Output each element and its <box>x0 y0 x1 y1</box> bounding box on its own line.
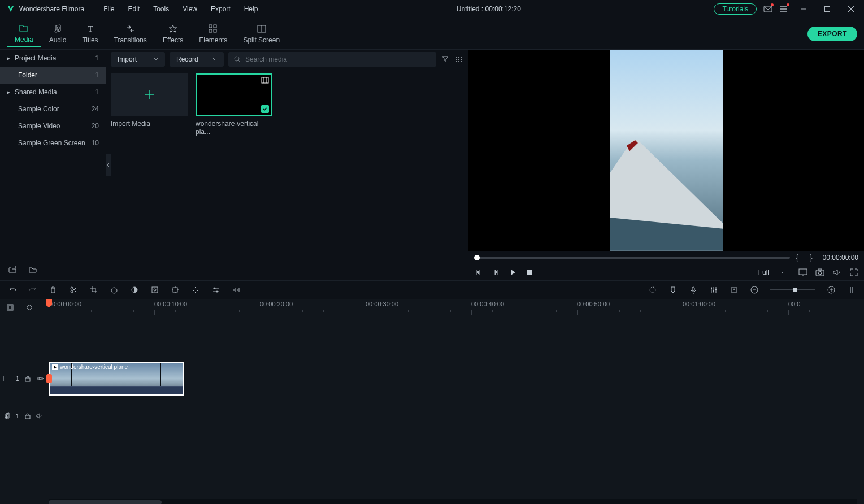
sidebar-item-sample-video[interactable]: Sample Video 20 <box>0 118 106 134</box>
track-manager-icon[interactable] <box>6 303 15 312</box>
redo-icon[interactable] <box>28 285 37 294</box>
undo-icon[interactable] <box>8 285 17 294</box>
voiceover-icon[interactable] <box>689 285 698 294</box>
clip-handle-left[interactable] <box>46 374 52 383</box>
menu-export[interactable]: Export <box>205 3 236 15</box>
search-input[interactable] <box>245 55 431 63</box>
zoom-out-icon[interactable] <box>750 285 759 294</box>
record-dropdown[interactable]: Record <box>170 52 224 67</box>
sidebar-item-sample-color[interactable]: Sample Color 24 <box>0 101 106 118</box>
sidebar-item-sample-green-screen[interactable]: Sample Green Screen 10 <box>0 134 106 151</box>
plus-icon <box>142 88 156 102</box>
auto-ripple-icon[interactable] <box>25 303 34 312</box>
minimize-button[interactable] <box>795 3 812 15</box>
zoom-in-icon[interactable] <box>827 285 836 294</box>
filter-icon[interactable] <box>441 55 450 64</box>
playhead[interactable] <box>49 299 49 499</box>
close-button[interactable] <box>843 3 859 15</box>
timeline[interactable]: 00:00:00:0000:00:10:0000:00:20:0000:00:3… <box>0 299 864 504</box>
tab-effects[interactable]: Effects <box>155 21 191 46</box>
preview-viewport[interactable] <box>468 50 864 251</box>
tab-transitions[interactable]: Transitions <box>106 21 155 46</box>
play-icon[interactable] <box>508 268 517 277</box>
messages-icon[interactable] <box>763 5 772 14</box>
zoom-slider[interactable] <box>770 289 815 290</box>
keyframe-icon[interactable] <box>191 285 200 294</box>
menu-view[interactable]: View <box>177 3 203 15</box>
stop-icon[interactable] <box>525 268 534 277</box>
volume-icon[interactable] <box>832 268 841 277</box>
audio-adjust-icon[interactable] <box>232 285 241 294</box>
import-media-tile[interactable]: Import Media <box>111 73 188 136</box>
timeline-clip[interactable]: wondershare-vertical plane <box>49 362 184 396</box>
color-icon[interactable] <box>130 285 139 294</box>
tasks-icon[interactable] <box>779 5 788 14</box>
menu-help[interactable]: Help <box>238 3 264 15</box>
tutorials-button[interactable]: Tutorials <box>714 3 757 15</box>
export-button[interactable]: EXPORT <box>807 27 857 41</box>
collapse-sidebar-handle[interactable] <box>106 154 111 176</box>
tab-audio[interactable]: Audio <box>41 21 75 46</box>
sidebar: ▸Project Media 1 Folder 1 ▸Shared Media … <box>0 50 106 280</box>
seek-track[interactable] <box>474 257 790 259</box>
menu-tools[interactable]: Tools <box>147 3 175 15</box>
svg-rect-45 <box>152 287 158 293</box>
timeline-ruler[interactable]: 00:00:00:0000:00:10:0000:00:20:0000:00:3… <box>0 299 864 318</box>
search-box[interactable] <box>228 52 436 67</box>
zoom-fit-icon[interactable] <box>847 285 856 294</box>
resolution-dropdown[interactable]: Full <box>753 267 791 277</box>
visibility-icon[interactable] <box>36 376 44 381</box>
mark-brackets[interactable]: { } <box>796 253 817 262</box>
seek-thumb[interactable] <box>474 255 480 260</box>
svg-point-26 <box>461 61 462 62</box>
svg-rect-62 <box>713 290 714 292</box>
tab-effects-label: Effects <box>163 36 183 44</box>
motion-icon[interactable] <box>171 285 180 294</box>
clip-title: wondershare-vertical plane <box>52 364 128 370</box>
add-track-icon[interactable]: + <box>730 285 739 294</box>
fullscreen-icon[interactable] <box>849 268 858 277</box>
clip-audio-strip[interactable] <box>50 386 183 394</box>
tab-media[interactable]: Media <box>7 21 41 47</box>
speed-icon[interactable] <box>110 285 119 294</box>
mute-icon[interactable] <box>36 413 43 419</box>
sidebar-item-project-media[interactable]: ▸Project Media 1 <box>0 50 106 67</box>
delete-icon[interactable] <box>49 285 58 294</box>
svg-text:+: + <box>14 266 17 270</box>
new-folder-icon[interactable]: + <box>8 266 17 275</box>
lock-icon[interactable] <box>25 375 31 382</box>
step-forward-icon[interactable] <box>491 268 500 277</box>
menu-edit[interactable]: Edit <box>123 3 146 15</box>
svg-text:+: + <box>733 287 736 292</box>
chevron-down-icon <box>780 271 785 274</box>
split-icon[interactable] <box>69 285 78 294</box>
display-icon[interactable] <box>798 268 807 277</box>
tab-titles[interactable]: T Titles <box>74 21 106 46</box>
render-preview-icon[interactable] <box>648 285 657 294</box>
sidebar-item-folder[interactable]: Folder 1 <box>0 67 106 84</box>
grid-view-icon[interactable] <box>454 55 463 64</box>
tab-splitscreen[interactable]: Split Screen <box>235 21 288 46</box>
crop-icon[interactable] <box>89 285 98 294</box>
menu-file[interactable]: File <box>98 3 120 15</box>
import-dropdown[interactable]: Import <box>111 52 165 67</box>
folder-icon[interactable] <box>28 266 37 275</box>
zoom-thumb[interactable] <box>793 288 797 292</box>
snapshot-icon[interactable] <box>815 268 824 277</box>
clip-badge-icon <box>261 77 269 84</box>
sidebar-item-shared-media[interactable]: ▸Shared Media 1 <box>0 84 106 101</box>
tab-elements[interactable]: Elements <box>191 21 235 46</box>
lock-icon[interactable] <box>25 412 31 419</box>
horizontal-scrollbar[interactable] <box>49 499 857 504</box>
marker-icon[interactable] <box>668 285 678 294</box>
greenscreen-icon[interactable] <box>150 285 159 294</box>
mixer-icon[interactable] <box>709 285 718 294</box>
audio-track-header: 1 <box>3 412 43 419</box>
adjustments-icon[interactable] <box>211 285 220 294</box>
scrollbar-thumb[interactable] <box>49 500 162 504</box>
svg-point-22 <box>458 59 459 60</box>
media-clip-tile[interactable]: wondershare-vertical pla... <box>196 73 272 136</box>
step-back-icon[interactable] <box>474 268 483 277</box>
preview-seek-bar[interactable]: { } 00:00:00:00 <box>468 251 864 264</box>
maximize-button[interactable] <box>819 3 836 15</box>
